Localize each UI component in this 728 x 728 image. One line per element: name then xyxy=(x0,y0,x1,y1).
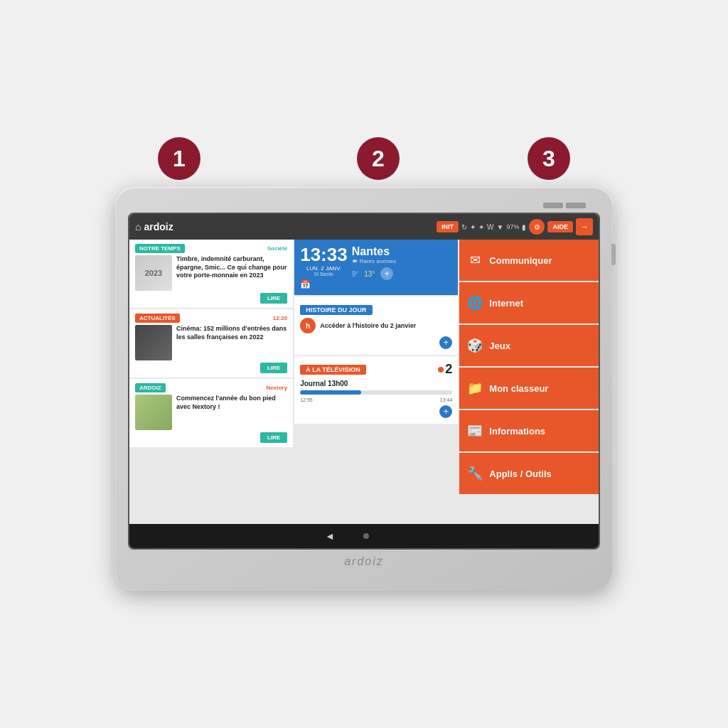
temp-low: 9° xyxy=(352,270,359,278)
tv-channel-number: 2 xyxy=(445,362,452,377)
status-bar-right: INIT ↻ ✦ ✦ W ▼ 97% ▮ ⚙ AIDE → xyxy=(437,218,593,235)
news-thumb-1: 2023 xyxy=(135,255,172,291)
step-3: 3 xyxy=(528,137,570,180)
weather-plus-button[interactable]: + xyxy=(380,267,393,280)
init-button[interactable]: INIT xyxy=(437,221,459,232)
news-footer-1: LIRE xyxy=(135,293,287,304)
tv-channel-badge: 2 xyxy=(438,362,452,377)
histoire-tag: HISTOIRE DU JOUR xyxy=(300,305,372,315)
communiquer-button[interactable]: ✉ Communiquer xyxy=(459,240,599,281)
tv-program: Journal 13h00 xyxy=(300,380,452,387)
news-body-1: 2023 Timbre, indemnité carburant, épargn… xyxy=(135,255,287,291)
step-1: 1 xyxy=(158,137,200,180)
news-thumb-3 xyxy=(135,395,172,430)
time-block: 13:33 LUN. 2 JANV. St Basile 📅 xyxy=(300,245,348,289)
wrench-icon: 🔧 xyxy=(466,466,483,481)
side-button[interactable] xyxy=(611,244,616,265)
news-column: NOTRE TEMPS Société 2023 Timbre, indemni… xyxy=(129,240,293,524)
time-display: 13:33 xyxy=(300,245,348,264)
histoire-widget: HISTOIRE DU JOUR h Accéder à l'histoire … xyxy=(294,296,458,355)
tv-time-start: 12:55 xyxy=(300,397,313,402)
news-item-3: ARDOIZ Nextory Commencez l'année du bon … xyxy=(129,379,293,447)
wifi-icon: ▼ xyxy=(497,223,504,231)
tv-progress-fill xyxy=(300,390,361,395)
bottom-bar: ◄ xyxy=(129,524,599,548)
tablet-top-bar xyxy=(128,200,600,213)
city-name: Nantes xyxy=(352,245,453,258)
usb-icon: ✦ xyxy=(478,223,484,231)
informations-button[interactable]: 📰 Informations xyxy=(459,410,599,451)
app-buttons-column: ✉ Communiquer 🌐 Internet 🎲 Jeux 📁 Mon cl… xyxy=(459,240,599,524)
news-source-3: Nextory xyxy=(266,385,287,391)
applis-button[interactable]: 🔧 Applis / Outils xyxy=(459,453,599,494)
aide-button[interactable]: AIDE xyxy=(547,221,573,232)
calendar-icon[interactable]: 📅 xyxy=(300,279,348,289)
forward-button[interactable]: → xyxy=(576,218,593,235)
saint-display: St Basile xyxy=(300,272,348,277)
classeur-label: Mon classeur xyxy=(489,383,548,394)
home-icon: ⌂ xyxy=(135,221,141,232)
histoire-icon: h xyxy=(300,318,316,333)
lire-button-1[interactable]: LIRE xyxy=(260,293,287,304)
tv-times: 12:55 13:44 xyxy=(300,397,452,402)
news-item-2: ACTUALITÉS 12:20 Cinéma: 152 millions d'… xyxy=(129,309,293,378)
home-dot[interactable] xyxy=(363,533,369,539)
top-button-1[interactable] xyxy=(543,203,563,208)
news-header-3: ARDOIZ Nextory xyxy=(135,383,287,392)
news-item-1: NOTRE TEMPS Société 2023 Timbre, indemni… xyxy=(129,240,293,308)
tv-header: À LA TÉLÉVISION 2 xyxy=(300,362,452,377)
tv-widget: À LA TÉLÉVISION 2 Journal 13h00 12:55 xyxy=(294,356,458,424)
tablet-screen: ⌂ ardoiz INIT ↻ ✦ ✦ W ▼ 97% ▮ ⚙ AIDE → xyxy=(128,213,600,550)
news-title-1: Timbre, indemnité carburant, épargne, Sm… xyxy=(176,255,287,280)
step-2: 2 xyxy=(357,137,400,180)
widgets-column: 13:33 LUN. 2 JANV. St Basile 📅 Nantes 🌧 … xyxy=(294,240,458,524)
globe-icon: 🌐 xyxy=(466,295,483,311)
lire-button-2[interactable]: LIRE xyxy=(260,363,287,373)
lire-button-3[interactable]: LIRE xyxy=(260,432,287,443)
status-bar: ⌂ ardoiz INIT ↻ ✦ ✦ W ▼ 97% ▮ ⚙ AIDE → xyxy=(129,214,599,240)
thumb-2023: 2023 xyxy=(135,255,172,291)
page-wrapper: 1 2 3 ⌂ ardoiz INIT ↻ ✦ ✦ W xyxy=(94,137,634,591)
news-header-1: NOTRE TEMPS Société xyxy=(135,244,287,253)
internet-button[interactable]: 🌐 Internet xyxy=(459,282,599,323)
news-source-1: Société xyxy=(267,245,287,252)
tv-plus-button[interactable]: + xyxy=(439,405,452,418)
communiquer-label: Communiquer xyxy=(489,255,552,266)
cloud-icon: 🌧 xyxy=(352,258,358,264)
thumb-cinema xyxy=(135,325,172,360)
logo-text: ardoiz xyxy=(144,221,173,232)
tablet-shell: ⌂ ardoiz INIT ↻ ✦ ✦ W ▼ 97% ▮ ⚙ AIDE → xyxy=(115,187,613,591)
news-footer-2: LIRE xyxy=(135,363,287,373)
news-body-2: Cinéma: 152 millions d'entrées dans les … xyxy=(135,325,287,360)
battery-text: 97% xyxy=(506,223,519,230)
jeux-label: Jeux xyxy=(489,341,510,351)
histoire-text: Accéder à l'histoire du 2 janvier xyxy=(320,322,416,329)
news-source-2: 12:20 xyxy=(273,315,287,321)
applis-label: Applis / Outils xyxy=(489,469,551,479)
battery-icon: ▮ xyxy=(522,223,526,231)
back-button[interactable]: ◄ xyxy=(325,530,335,542)
news-header-2: ACTUALITÉS 12:20 xyxy=(135,314,287,323)
classeur-button[interactable]: 📁 Mon classeur xyxy=(459,368,599,409)
category-tag-3: ARDOIZ xyxy=(135,383,166,392)
newspaper-icon: 📰 xyxy=(466,423,483,439)
news-title-2: Cinéma: 152 millions d'entrées dans les … xyxy=(176,325,287,341)
tablet-label: ardoiz xyxy=(128,550,600,571)
step-numbers: 1 2 3 xyxy=(122,137,606,180)
bluetooth-icon: ✦ xyxy=(470,223,476,231)
main-content: NOTRE TEMPS Société 2023 Timbre, indemni… xyxy=(129,240,599,524)
news-title-3: Commencez l'année du bon pied avec Nexto… xyxy=(176,395,287,411)
tv-tag: À LA TÉLÉVISION xyxy=(300,365,366,375)
top-button-2[interactable] xyxy=(566,203,586,208)
news-thumb-2 xyxy=(135,325,172,360)
folder-icon: 📁 xyxy=(466,380,483,396)
app-logo: ⌂ ardoiz xyxy=(135,221,432,232)
histoire-plus-button[interactable]: + xyxy=(439,336,452,349)
jeux-button[interactable]: 🎲 Jeux xyxy=(459,325,599,366)
news-body-3: Commencez l'année du bon pied avec Nexto… xyxy=(135,395,287,430)
weather-desc-text: Rares averses xyxy=(360,258,397,264)
settings-button[interactable]: ⚙ xyxy=(529,219,545,235)
wifi-label: W xyxy=(487,223,493,231)
weather-right: Nantes 🌧 Rares averses 9° 13° + xyxy=(352,245,453,289)
news-footer-3: LIRE xyxy=(135,432,287,443)
